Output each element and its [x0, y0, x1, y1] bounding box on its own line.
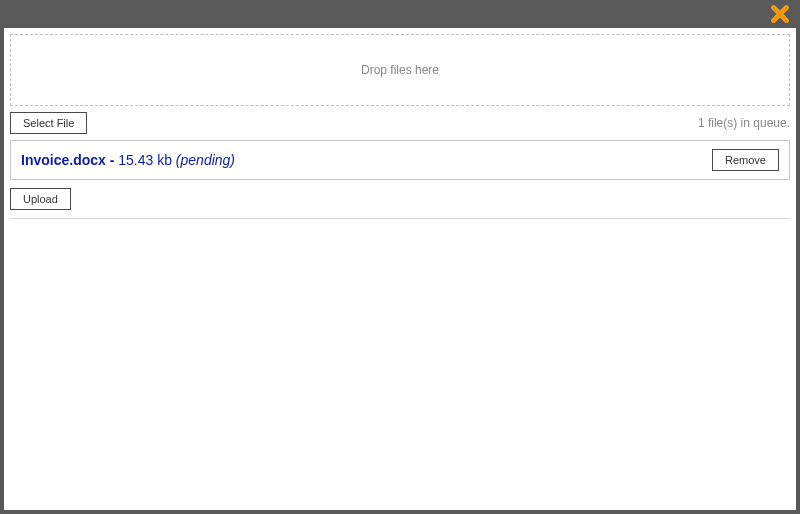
queue-status: 1 file(s) in queue. — [698, 116, 790, 130]
file-name: Invoice.docx — [21, 152, 106, 168]
select-file-button[interactable]: Select File — [10, 112, 87, 134]
upload-button[interactable]: Upload — [10, 188, 71, 210]
modal-frame: Drop files here Select File 1 file(s) in… — [0, 0, 800, 514]
dropzone[interactable]: Drop files here — [10, 34, 790, 106]
close-icon[interactable] — [769, 3, 791, 25]
file-row: Invoice.docx - 15.43 kb (pending) Remove — [10, 140, 790, 180]
upload-row: Upload — [10, 186, 790, 219]
file-status: (pending) — [172, 152, 235, 168]
file-size: 15.43 kb — [118, 152, 172, 168]
file-info: Invoice.docx - 15.43 kb (pending) — [21, 152, 235, 168]
upload-panel: Drop files here Select File 1 file(s) in… — [4, 28, 796, 510]
file-sep: - — [106, 152, 118, 168]
dropzone-text: Drop files here — [361, 63, 439, 77]
select-row: Select File 1 file(s) in queue. — [10, 112, 790, 134]
remove-button[interactable]: Remove — [712, 149, 779, 171]
